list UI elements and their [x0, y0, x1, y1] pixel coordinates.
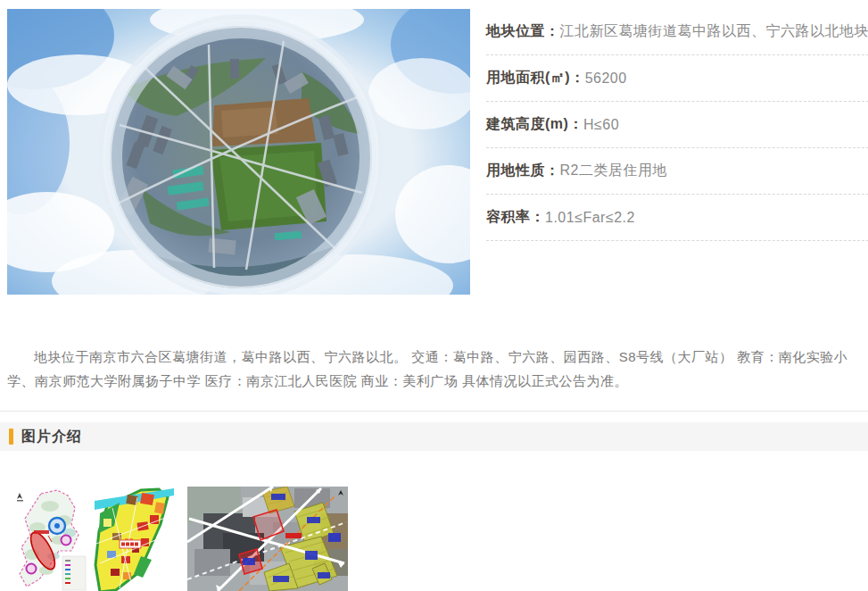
parcel-info-panel: 地块位置：江北新区葛塘街道葛中路以西、宁六路以北地块 用地面积(㎡)：56200… — [486, 9, 868, 295]
section-header-band: 图片介绍 — [0, 422, 868, 451]
info-row-area: 用地面积(㎡)：56200 — [486, 55, 868, 102]
thumbnail-satellite-parcel-map[interactable] — [187, 487, 348, 591]
far-label: 容积率： — [486, 208, 545, 227]
parcel-description: 地块位于南京市六合区葛塘街道，葛中路以西、宁六路以北。 交通：葛中路、宁六路、园… — [7, 345, 861, 393]
land-use-value: R2二类居住用地 — [560, 162, 667, 180]
height-label: 建筑高度(m)： — [486, 115, 583, 134]
info-row-far: 容积率：1.01≤Far≤2.2 — [486, 195, 868, 241]
far-value: 1.01≤Far≤2.2 — [545, 210, 635, 226]
section-title: 图片介绍 — [21, 428, 82, 446]
land-use-label: 用地性质： — [486, 162, 560, 180]
location-label: 地块位置： — [486, 22, 560, 41]
info-row-location: 地块位置：江北新区葛塘街道葛中路以西、宁六路以北地块 — [486, 9, 868, 55]
map-legend — [62, 556, 86, 590]
top-section: 地块位置：江北新区葛塘街道葛中路以西、宁六路以北地块 用地面积(㎡)：56200… — [7, 9, 861, 295]
info-row-land-use: 用地性质：R2二类居住用地 — [486, 148, 868, 195]
location-value: 江北新区葛塘街道葛中路以西、宁六路以北地块 — [560, 22, 868, 41]
planet-panorama-graphic — [7, 9, 470, 295]
hero-panorama-image[interactable] — [7, 9, 470, 295]
height-value: H≤60 — [583, 117, 619, 133]
land-parcel-detail-page: 地块位置：江北新区葛塘街道葛中路以西、宁六路以北地块 用地面积(㎡)：56200… — [0, 0, 868, 591]
image-thumbnails — [7, 487, 348, 591]
district-planning-map-graphic — [7, 487, 174, 591]
area-value: 56200 — [585, 71, 627, 87]
area-label: 用地面积(㎡)： — [486, 69, 585, 87]
satellite-parcel-map-graphic — [187, 487, 348, 591]
thumbnail-district-planning-map[interactable] — [7, 487, 174, 591]
info-row-height: 建筑高度(m)：H≤60 — [486, 102, 868, 148]
horizontal-divider — [0, 411, 868, 412]
accent-bar — [9, 429, 13, 445]
